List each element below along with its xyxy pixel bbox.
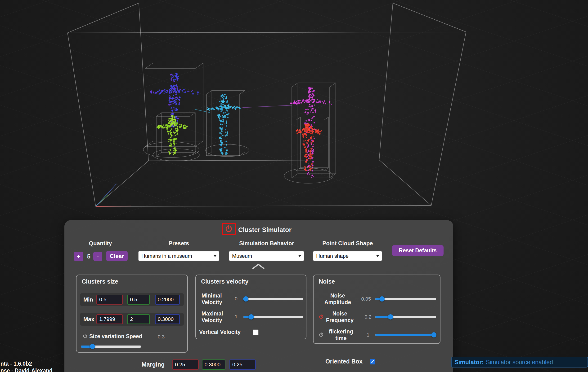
flickering-time-value: 1 — [363, 332, 373, 338]
noise-frequency-power-button[interactable] — [319, 314, 324, 319]
max-x-input[interactable] — [96, 314, 123, 324]
minimal-velocity-value: 0 — [231, 296, 241, 302]
reset-defaults-button[interactable]: Reset Defaults — [392, 245, 443, 256]
noise-title: Noise — [319, 278, 335, 285]
quantity-decrease-button[interactable]: - — [93, 252, 102, 261]
max-label: Max — [83, 313, 94, 326]
max-y-input[interactable] — [127, 314, 150, 324]
min-label: Min — [83, 293, 93, 306]
power-icon — [319, 332, 324, 337]
clear-button[interactable]: Clear — [106, 251, 128, 261]
noise-amplitude-value: 0.05 — [359, 296, 373, 302]
status-message: Simulator source enabled — [486, 359, 553, 366]
behavior-selected-value: Museum — [232, 253, 252, 259]
slider-knob[interactable] — [249, 314, 254, 320]
quantity-label: Quantity — [89, 240, 112, 247]
maximal-velocity-slider[interactable] — [243, 314, 303, 320]
min-x-input[interactable] — [96, 295, 123, 305]
noise-frequency-slider[interactable] — [375, 314, 436, 320]
noise-amplitude-label: Noise Amplitude — [322, 292, 353, 306]
shape-label: Point Cloud Shape — [322, 240, 373, 247]
vertical-velocity-checkbox[interactable] — [253, 329, 259, 335]
chevron-up-icon — [252, 263, 265, 270]
min-z-input[interactable] — [155, 295, 180, 305]
flickering-time-power-button[interactable] — [319, 332, 324, 337]
slider-knob[interactable] — [243, 296, 248, 302]
version-line-1: nta - 1.6.0b2 — [0, 360, 52, 367]
vertical-velocity-label: Vertical Velocity — [199, 329, 241, 335]
marging-y-input[interactable] — [202, 360, 225, 370]
size-variation-power-button[interactable] — [83, 334, 88, 339]
clusters-velocity-title: Clusters velocity — [201, 278, 248, 285]
app-root: Cluster Simulator Quantity Presets Simul… — [0, 0, 588, 372]
min-row: Min — [80, 293, 184, 306]
max-row: Max — [80, 313, 184, 326]
slider-knob[interactable] — [431, 332, 436, 337]
marging-x-input[interactable] — [172, 360, 199, 370]
slider-track[interactable] — [243, 298, 303, 300]
maximal-velocity-value: 1 — [231, 314, 241, 320]
presets-label: Presets — [168, 240, 189, 247]
power-button-highlight — [222, 223, 236, 235]
simulator-power-button[interactable] — [225, 225, 233, 233]
quantity-value: 5 — [85, 252, 93, 261]
minimal-velocity-label: Minimal Velocity — [201, 292, 228, 306]
version-line-2: nse - David-Alexand — [0, 367, 52, 372]
minimal-velocity-slider[interactable] — [243, 296, 303, 302]
shape-select[interactable]: Human shape — [313, 251, 382, 261]
power-icon — [319, 314, 324, 319]
status-bar: Simulator: Simulator source enabled — [451, 357, 588, 368]
power-icon — [225, 225, 233, 233]
presets-selected-value: Humans in a museum — [141, 253, 192, 259]
shape-selected-value: Human shape — [316, 253, 349, 259]
power-icon — [83, 334, 88, 339]
noise-amplitude-slider[interactable] — [375, 296, 436, 302]
clusters-size-section: Clusters size Min Max Size variation Spe… — [76, 275, 188, 353]
chevron-down-icon — [213, 255, 217, 259]
collapse-panel-button[interactable] — [252, 263, 265, 271]
quantity-increase-button[interactable]: + — [74, 252, 83, 261]
clusters-size-title: Clusters size — [82, 278, 118, 285]
oriented-box-label: Oriented Box — [325, 358, 363, 365]
slider-fill — [375, 334, 434, 336]
slider-knob[interactable] — [379, 296, 385, 302]
maximal-velocity-label: Maximal Velocity — [201, 310, 228, 323]
chevron-down-icon — [298, 255, 302, 259]
flickering-time-label: flickering time — [327, 328, 355, 342]
size-variation-value: 0.3 — [155, 334, 168, 340]
cluster-simulator-panel: Cluster Simulator Quantity Presets Simul… — [64, 220, 453, 372]
behavior-label: Simulation Behavior — [239, 240, 294, 247]
flickering-time-slider[interactable] — [375, 332, 436, 337]
min-y-input[interactable] — [127, 295, 150, 305]
size-variation-label: Size variation Speed — [89, 333, 142, 340]
noise-frequency-label: Noise Frequency — [325, 310, 355, 323]
noise-frequency-value: 0.2 — [362, 314, 374, 320]
clusters-velocity-section: Clusters velocity Minimal Velocity 0 Max… — [195, 275, 306, 339]
version-text: nta - 1.6.0b2 nse - David-Alexand — [0, 360, 52, 372]
slider-knob[interactable] — [90, 344, 95, 349]
presets-select[interactable]: Humans in a museum — [138, 251, 219, 261]
marging-label: Marging — [142, 361, 165, 368]
max-z-input[interactable] — [155, 314, 180, 324]
noise-section: Noise Noise Amplitude 0.05 Noise Frequen… — [313, 275, 441, 344]
panel-title: Cluster Simulator — [238, 226, 292, 234]
oriented-box-checkbox[interactable] — [370, 359, 375, 364]
slider-knob[interactable] — [388, 314, 393, 320]
chevron-down-icon — [376, 255, 379, 259]
status-prefix: Simulator: — [454, 359, 484, 366]
marging-z-input[interactable] — [230, 360, 256, 370]
size-variation-slider[interactable] — [81, 344, 141, 349]
behavior-select[interactable]: Museum — [229, 251, 304, 261]
